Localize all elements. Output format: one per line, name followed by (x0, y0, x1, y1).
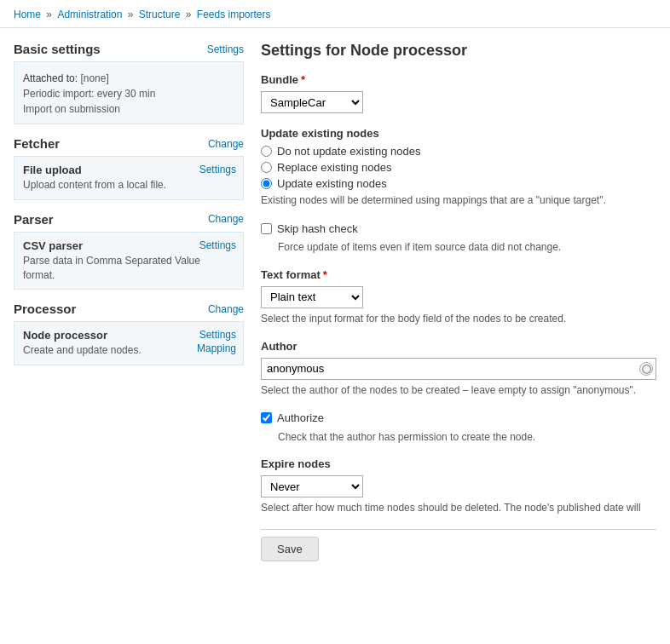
text-format-field: Text format* Plain textBasic HTMLFull HT… (261, 268, 656, 326)
fetcher-title: Fetcher (14, 136, 60, 151)
bundle-select[interactable]: SampleCarArticlePage (261, 91, 363, 113)
parser-change-link[interactable]: Change (208, 213, 244, 225)
fetcher-block-desc: Upload content from a local file. (23, 178, 234, 193)
radio-replace-input[interactable] (261, 162, 272, 173)
skip-hash-check-field: Skip hash check Force update of items ev… (261, 221, 656, 255)
radio-replace-label: Replace existing nodes (277, 161, 391, 174)
radio-do-not-update-input[interactable] (261, 146, 272, 157)
form-divider (261, 529, 656, 530)
author-field: Author ◯ Select the author of the nodes … (261, 340, 656, 398)
attached-to-label: Attached to: (23, 72, 80, 84)
sidebar: Basic settings Settings Attached to: [no… (14, 42, 244, 561)
processor-settings-link[interactable]: Settings (199, 329, 236, 341)
radio-update-label: Update existing nodes (277, 177, 387, 190)
update-existing-nodes-label: Update existing nodes (261, 127, 656, 140)
basic-settings-block: Attached to: [none] Periodic import: eve… (14, 61, 244, 124)
radio-update-input[interactable] (261, 178, 272, 189)
authorize-field: Authorize Check that the author has perm… (261, 411, 656, 444)
save-button[interactable]: Save (261, 537, 319, 561)
processor-mapping-link[interactable]: Mapping (197, 342, 236, 354)
skip-hash-label[interactable]: Skip hash check (277, 221, 358, 237)
author-label: Author (261, 340, 656, 353)
text-format-hint: Select the input format for the body fie… (261, 312, 656, 326)
text-format-select[interactable]: Plain textBasic HTMLFull HTML (261, 286, 363, 308)
parser-block: Settings CSV parser Parse data in Comma … (14, 232, 244, 290)
parser-block-desc: Parse data in Comma Separated Value form… (23, 254, 234, 283)
radio-do-not-update: Do not update existing nodes (261, 145, 656, 158)
basic-settings-title: Basic settings (14, 42, 101, 56)
parser-title: Parser (14, 212, 54, 227)
fetcher-block: Settings File upload Upload content from… (14, 156, 244, 200)
processor-change-link[interactable]: Change (208, 303, 244, 315)
breadcrumb-home[interactable]: Home (14, 9, 41, 20)
breadcrumb-structure[interactable]: Structure (139, 9, 181, 20)
expire-nodes-select[interactable]: Never1 day1 week1 month (261, 475, 363, 497)
main-content: Settings for Node processor Bundle* Samp… (261, 42, 656, 561)
authorize-label[interactable]: Authorize (277, 411, 324, 426)
bundle-field: Bundle* SampleCarArticlePage (261, 73, 656, 113)
expire-nodes-hint: Select after how much time nodes should … (261, 501, 656, 515)
text-format-label: Text format* (261, 268, 656, 281)
processor-title: Processor (14, 302, 76, 316)
authorize-hint: Check that the author has permission to … (278, 430, 656, 445)
parser-settings-link[interactable]: Settings (199, 239, 236, 251)
skip-hash-checkbox[interactable] (261, 223, 272, 234)
processor-block: Settings Mapping Node processor Create a… (14, 321, 244, 365)
expire-nodes-label: Expire nodes (261, 457, 656, 470)
authorize-checkbox[interactable] (261, 412, 272, 423)
import-on-submission-text: Import on submission (23, 103, 120, 115)
update-existing-hint: Existing nodes will be determined using … (261, 193, 656, 208)
attached-to-value: [none] (80, 72, 108, 84)
author-input[interactable] (261, 358, 656, 380)
breadcrumb: Home » Administration » Structure » Feed… (0, 0, 670, 28)
page-title: Settings for Node processor (261, 42, 656, 60)
radio-do-not-update-label: Do not update existing nodes (277, 145, 420, 158)
author-hint: Select the author of the nodes to be cre… (261, 383, 656, 398)
author-search-icon[interactable]: ◯ (639, 362, 653, 376)
periodic-import-text: Periodic import: every 30 min (23, 88, 155, 100)
radio-update: Update existing nodes (261, 177, 656, 190)
basic-settings-link[interactable]: Settings (207, 43, 244, 55)
breadcrumb-administration[interactable]: Administration (57, 9, 122, 20)
bundle-label: Bundle* (261, 73, 656, 86)
fetcher-settings-link[interactable]: Settings (199, 164, 236, 175)
breadcrumb-feeds-importers[interactable]: Feeds importers (197, 9, 271, 20)
radio-replace: Replace existing nodes (261, 161, 656, 174)
skip-hash-hint: Force update of items even if item sourc… (278, 240, 656, 255)
expire-nodes-field: Expire nodes Never1 day1 week1 month Sel… (261, 457, 656, 515)
update-existing-nodes-field: Update existing nodes Do not update exis… (261, 127, 656, 208)
fetcher-change-link[interactable]: Change (208, 138, 244, 150)
